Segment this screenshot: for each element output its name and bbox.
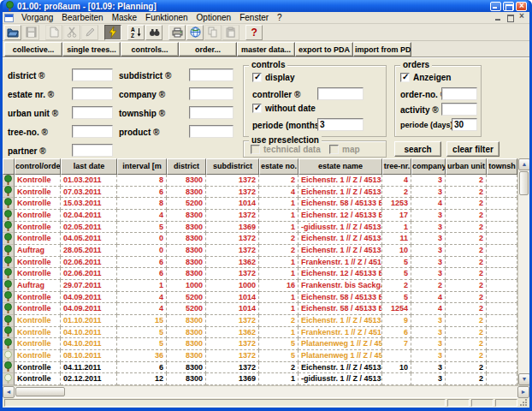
column-header-urban-unit[interactable]: urban unit bbox=[446, 158, 487, 175]
cell-tree-nr-: 1253 bbox=[382, 198, 411, 210]
minimize-button[interactable] bbox=[490, 2, 501, 11]
column-header-estate-no-[interactable]: estate no. bbox=[259, 158, 299, 175]
single-trees-button[interactable]: single trees... bbox=[62, 42, 121, 57]
display-checkbox[interactable]: display bbox=[252, 73, 294, 82]
lightning-icon[interactable] bbox=[104, 25, 121, 40]
collective-button[interactable]: collective... bbox=[4, 42, 62, 57]
table-row[interactable]: Kontrolle04.10.20115830013621Frankenstr.… bbox=[3, 327, 517, 339]
column-header-interval--m[interactable]: interval [m bbox=[117, 158, 167, 175]
column-header-company[interactable]: company bbox=[411, 158, 446, 175]
table-row[interactable]: Kontrolle04.11.20116830013722Eichenstr. … bbox=[3, 362, 517, 374]
table-row[interactable]: Auftrag28.05.20110830013722Eichenstr. 1 … bbox=[3, 245, 517, 257]
subdistrict-label: subdistrict ® bbox=[119, 71, 171, 80]
cell-subdistrict: 1362 bbox=[206, 257, 259, 269]
menu-item-maske[interactable]: Maske bbox=[108, 13, 141, 22]
product-input[interactable] bbox=[189, 125, 233, 138]
controls-button[interactable]: controls... bbox=[121, 42, 179, 57]
column-header-subdistrict[interactable]: subdistrict bbox=[206, 158, 259, 175]
vertical-scrollbar[interactable]: ▲ ▼ bbox=[517, 158, 529, 385]
sort-az-icon[interactable]: AZ bbox=[127, 25, 145, 40]
tree-no-input[interactable] bbox=[72, 125, 113, 138]
table-row[interactable]: Kontrolle08.10.201136830013725Platanenwe… bbox=[3, 350, 517, 362]
cell-company: 3 bbox=[411, 268, 446, 280]
column-header-last-date[interactable]: last date bbox=[61, 158, 117, 175]
table-row[interactable]: Kontrolle02.06.20116830013721Eichenstr. … bbox=[3, 268, 517, 280]
column-header-tree-nr-[interactable]: tree-nr. bbox=[382, 158, 411, 175]
activity-input[interactable] bbox=[441, 103, 477, 116]
urbanunit-input[interactable] bbox=[72, 106, 113, 119]
printer-icon[interactable] bbox=[168, 25, 186, 40]
cell-last-date: 04.09.2011 bbox=[61, 303, 117, 315]
periode-months-input[interactable]: 3 bbox=[317, 118, 364, 131]
vertical-scroll-thumb[interactable] bbox=[519, 171, 529, 195]
cell-estate-name: Eichenstr. 1 // Z / 45133 bbox=[299, 315, 382, 327]
horizontal-scroll-thumb[interactable] bbox=[15, 387, 65, 396]
export-to-pda-button[interactable]: export to PDA bbox=[295, 42, 353, 57]
column-header-control-order[interactable]: control/order bbox=[15, 158, 61, 175]
order-no-input[interactable] bbox=[441, 87, 477, 100]
table-row[interactable]: Kontrolle04.05.20110830013722Eichenstr. … bbox=[3, 233, 517, 245]
import-from-pda-button[interactable]: import from PDA bbox=[353, 42, 411, 57]
table-row[interactable]: Kontrolle04.10.20115830013725Platanenweg… bbox=[3, 338, 517, 350]
menu-item-bearbeiten[interactable]: Bearbeiten bbox=[57, 13, 107, 22]
mdi-restore-button[interactable] bbox=[505, 13, 516, 22]
mdi-minimize-button[interactable] bbox=[493, 13, 504, 22]
table-row[interactable]: Kontrolle02.04.20114830013721Eichenstr. … bbox=[3, 210, 517, 222]
master-data-button[interactable]: master data... bbox=[237, 42, 295, 57]
column-header-district[interactable]: district bbox=[167, 158, 206, 175]
preselection-group: use preselection technical data map bbox=[243, 140, 387, 158]
column-header-townsh[interactable]: townsh bbox=[487, 158, 517, 175]
table-row[interactable]: Kontrolle07.03.20116830013724Eichenstr. … bbox=[3, 187, 517, 199]
binoculars-icon[interactable] bbox=[145, 25, 163, 40]
menu-item-optionen[interactable]: Optionen bbox=[192, 13, 236, 22]
company-input[interactable] bbox=[189, 87, 233, 100]
mdi-close-button[interactable] bbox=[517, 13, 528, 22]
partner-input[interactable] bbox=[72, 144, 113, 157]
scroll-left-icon[interactable]: ◄ bbox=[3, 386, 15, 398]
mdi-system-icon[interactable] bbox=[4, 14, 14, 22]
cell-district: 8300 bbox=[167, 327, 206, 339]
close-button[interactable] bbox=[516, 2, 527, 11]
district-input[interactable] bbox=[72, 68, 113, 81]
controller-input[interactable] bbox=[317, 87, 364, 100]
menu-item-funktionen[interactable]: Funktionen bbox=[141, 13, 192, 22]
cell-tree-nr-: 6 bbox=[382, 327, 411, 339]
menu-item-fenster[interactable]: Fenster bbox=[235, 13, 273, 22]
table-row[interactable]: Kontrolle02.06.20116830013621Frankenstr.… bbox=[3, 257, 517, 269]
table-row[interactable]: Kontrolle01.03.20118830013722Eichenstr. … bbox=[3, 175, 517, 187]
table-row[interactable]: Kontrolle01.10.201115830013722Eichenstr.… bbox=[3, 315, 517, 327]
column-header-estate-name[interactable]: estate name bbox=[299, 158, 382, 175]
without-date-checkbox[interactable]: without date bbox=[252, 104, 316, 113]
table-row[interactable]: Auftrag29.07.201111000100016Frankenstr. … bbox=[3, 280, 517, 292]
table-row[interactable]: Kontrolle15.03.20118520010141Eichenstr. … bbox=[3, 198, 517, 210]
tree-icon bbox=[3, 338, 15, 350]
cell-estate-name: Eichenstr. 58 / 45133 Es bbox=[299, 292, 382, 304]
table-row[interactable]: Kontrolle04.09.20114520010141Eichenstr. … bbox=[3, 292, 517, 304]
menu-item-?[interactable]: ? bbox=[273, 13, 287, 22]
periode-days-input[interactable]: 30 bbox=[452, 118, 477, 131]
globe-icon[interactable] bbox=[186, 25, 204, 40]
menu-item-vorgang[interactable]: Vorgang bbox=[17, 13, 57, 22]
search-button[interactable]: search bbox=[394, 141, 441, 157]
maximize-button[interactable] bbox=[503, 2, 514, 11]
cell-interval--m: 6 bbox=[117, 257, 167, 269]
cell-subdistrict: 1369 bbox=[206, 222, 259, 234]
subdistrict-input[interactable] bbox=[189, 68, 233, 81]
clear-filter-button[interactable]: clear filter bbox=[446, 141, 499, 157]
table-row[interactable]: Kontrolle02.12.201112830013691-gidiusstr… bbox=[3, 373, 517, 385]
table-row[interactable]: Kontrolle02.05.20115830013691-gidiusstr.… bbox=[3, 222, 517, 234]
township-input[interactable] bbox=[189, 106, 233, 119]
resize-grip[interactable] bbox=[519, 399, 528, 407]
copy-icon bbox=[204, 25, 222, 40]
help-icon[interactable]: ? bbox=[245, 25, 263, 40]
anzeigen-checkbox[interactable]: Anzeigen bbox=[400, 73, 451, 82]
estatenr-input[interactable] bbox=[72, 87, 113, 100]
open-folder-icon[interactable] bbox=[4, 25, 21, 40]
horizontal-scrollbar[interactable]: ◄ ► bbox=[3, 385, 529, 397]
order-button[interactable]: order... bbox=[179, 42, 237, 57]
scroll-up-icon[interactable]: ▲ bbox=[518, 158, 529, 170]
scroll-down-icon[interactable]: ▼ bbox=[518, 373, 529, 385]
table-row[interactable]: Kontrolle04.09.20114520010141Eichenstr. … bbox=[3, 303, 517, 315]
scroll-right-icon[interactable]: ► bbox=[517, 386, 529, 398]
cell-last-date: 04.10.2011 bbox=[61, 338, 117, 350]
